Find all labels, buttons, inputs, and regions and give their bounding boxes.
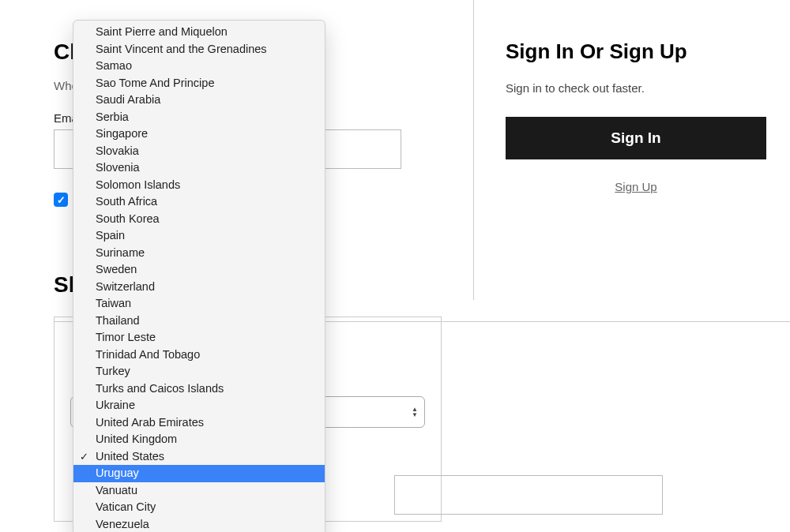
country-option[interactable]: Turkey: [73, 363, 325, 380]
country-option-label: Vatican City: [96, 500, 156, 513]
country-option-label: Switzerland: [96, 280, 155, 293]
marketing-checkbox[interactable]: [54, 193, 68, 207]
country-option[interactable]: Uruguay: [73, 465, 325, 482]
country-option[interactable]: Saint Pierre and Miquelon: [73, 24, 325, 41]
country-option[interactable]: Ukraine: [73, 397, 325, 414]
country-option[interactable]: Singapore: [73, 126, 325, 143]
country-option-label: Ukraine: [96, 399, 135, 411]
country-option-label: United Arab Emirates: [96, 416, 204, 429]
country-option[interactable]: South Korea: [73, 211, 325, 228]
country-option-label: Turks and Caicos Islands: [96, 382, 224, 395]
country-option-label: Venezuela: [96, 518, 149, 530]
country-option-label: Suriname: [96, 246, 145, 259]
country-option[interactable]: Slovenia: [73, 159, 325, 177]
auth-heading: Sign In Or Sign Up: [506, 39, 766, 64]
country-option[interactable]: Suriname: [73, 245, 325, 262]
country-option[interactable]: Venezuela: [73, 516, 325, 533]
country-option-label: South Africa: [96, 195, 157, 208]
country-option-label: Sao Tome And Principe: [96, 77, 214, 89]
country-option[interactable]: Switzerland: [73, 279, 325, 296]
country-option[interactable]: United Arab Emirates: [73, 414, 325, 432]
country-option-label: Turkey: [96, 365, 130, 377]
country-option-label: Sweden: [96, 263, 137, 275]
country-option[interactable]: Saint Vincent and the Grenadines: [73, 41, 325, 58]
country-option[interactable]: Taiwan: [73, 295, 325, 313]
country-option-label: Thailand: [96, 314, 140, 327]
country-option[interactable]: Spain: [73, 227, 325, 245]
country-option-label: South Korea: [96, 212, 160, 225]
country-option-label: Samao: [96, 59, 132, 72]
auth-subtext: Sign in to check out faster.: [506, 81, 766, 95]
country-option-label: Slovenia: [96, 161, 140, 174]
country-option-label: Solomon Islands: [96, 178, 180, 191]
country-option[interactable]: Solomon Islands: [73, 177, 325, 194]
country-option[interactable]: South Africa: [73, 193, 325, 211]
country-option[interactable]: Trinidad And Tobago: [73, 347, 325, 364]
country-option[interactable]: Thailand: [73, 313, 325, 330]
country-option[interactable]: Vanuatu: [73, 482, 325, 500]
last-name-input[interactable]: [394, 475, 663, 515]
check-icon: ✓: [80, 449, 88, 465]
country-option-label: Saudi Arabia: [96, 93, 160, 106]
country-option[interactable]: Sweden: [73, 261, 325, 279]
country-option-label: Saint Vincent and the Grenadines: [96, 43, 267, 55]
country-option[interactable]: United Kingdom: [73, 431, 325, 448]
country-option-label: Spain: [96, 229, 125, 242]
country-option-label: Saint Pierre and Miquelon: [96, 25, 228, 38]
country-option[interactable]: Timor Leste: [73, 329, 325, 347]
country-option-label: Taiwan: [96, 297, 131, 309]
country-option-label: United Kingdom: [96, 433, 177, 445]
country-dropdown[interactable]: Saint Pierre and MiquelonSaint Vincent a…: [73, 20, 325, 532]
country-option-label: United States: [96, 450, 164, 463]
country-option[interactable]: ✓United States: [73, 448, 325, 466]
country-option-label: Singapore: [96, 127, 148, 140]
country-option[interactable]: Slovakia: [73, 143, 325, 160]
select-stepper-icon: ▲▼: [412, 406, 418, 418]
country-option[interactable]: Sao Tome And Principe: [73, 75, 325, 92]
country-option-label: Trinidad And Tobago: [96, 348, 200, 361]
country-option-label: Serbia: [96, 111, 129, 123]
country-option-label: Timor Leste: [96, 331, 156, 343]
signup-link[interactable]: Sign Up: [506, 180, 766, 193]
country-option-label: Slovakia: [96, 144, 139, 157]
signin-button[interactable]: Sign In: [506, 117, 766, 159]
country-option[interactable]: Saudi Arabia: [73, 92, 325, 109]
country-option-label: Vanuatu: [96, 484, 137, 496]
country-option-label: Uruguay: [96, 466, 139, 479]
country-option[interactable]: Vatican City: [73, 499, 325, 516]
country-option[interactable]: Samao: [73, 58, 325, 75]
country-option[interactable]: Serbia: [73, 109, 325, 126]
country-option[interactable]: Turks and Caicos Islands: [73, 380, 325, 398]
